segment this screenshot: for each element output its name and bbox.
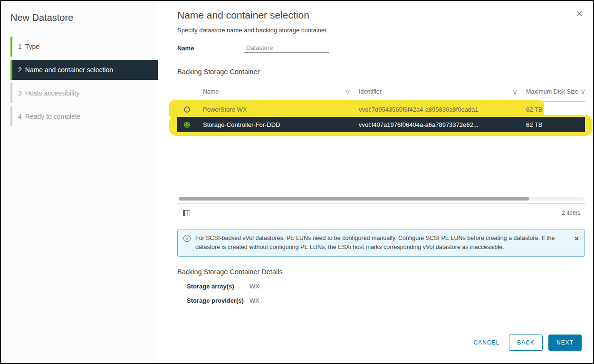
new-datastore-dialog: New Datastore 1 Type 2 Name and containe… [0, 0, 594, 364]
step-number: 4 [18, 113, 22, 120]
scrollbar-thumb[interactable] [179, 197, 529, 201]
column-header-name[interactable]: Name [198, 82, 354, 101]
step-number: 2 [18, 66, 22, 74]
detail-value: WX [249, 297, 259, 304]
radio-selected[interactable] [184, 122, 190, 128]
name-field-row: Name [177, 43, 566, 53]
filter-icon[interactable] [580, 89, 585, 95]
filter-icon[interactable] [345, 89, 350, 95]
cancel-button[interactable]: CANCEL [470, 335, 504, 350]
items-count: 2 items [562, 210, 580, 216]
wizard-content: Name and container selection Specify dat… [159, 1, 566, 304]
wizard-sidebar: New Datastore 1 Type 2 Name and containe… [1, 1, 158, 363]
column-label: Identifier [359, 88, 382, 95]
name-label: Name [177, 45, 244, 52]
radio-unselected[interactable] [184, 106, 190, 113]
detail-label: Storage provider(s) [187, 297, 249, 304]
wizard-main-panel: × Name and container selection Specify d… [159, 1, 593, 363]
page-subtitle: Specify datastore name and backing stora… [177, 27, 566, 34]
info-icon: i [183, 235, 191, 242]
cell-name: Storage-Controller-For-DDD [198, 121, 354, 128]
close-icon[interactable]: × [576, 9, 583, 19]
step-label: Name and container selection [25, 66, 113, 74]
step-number: 1 [18, 43, 22, 50]
detail-row-storage-provider: Storage provider(s) WX [177, 297, 566, 304]
wizard-steps: 1 Type 2 Name and container selection 3 … [10, 37, 158, 126]
cell-identifier: vvol:f407a1976f06404a-a6a78973372e62... [354, 121, 521, 128]
detail-row-storage-array: Storage array(s) WX [177, 283, 566, 290]
info-banner-text: For SCSI-backed vVol datastores, PE LUNs… [195, 234, 570, 252]
column-label: Name [203, 88, 219, 95]
horizontal-scrollbar[interactable] [179, 197, 584, 201]
cell-max-disk-size: 62 TB [521, 106, 585, 113]
column-label: Maximum Disk Size [526, 88, 578, 95]
next-button[interactable]: NEXT [548, 335, 582, 351]
table-row-storage-controller-for-ddd[interactable]: Storage-Controller-For-DDD vvol:f407a197… [177, 117, 585, 132]
step-label: Ready to complete [25, 113, 81, 120]
cell-max-disk-size: 62 TB [521, 121, 585, 128]
step-hosts-accessibility[interactable]: 3 Hosts accessibility [10, 83, 158, 103]
section-backing-storage-container: Backing Storage Container [177, 68, 566, 76]
step-label: Type [25, 43, 39, 50]
step-name-and-container-selection[interactable]: 2 Name and container selection [10, 60, 158, 80]
column-toggle-icon[interactable] [183, 210, 190, 216]
radio-column-header [177, 82, 198, 101]
cell-name: PowerStore WX [198, 106, 354, 113]
storage-container-table: Name Identifier Maximum Disk Size [177, 82, 585, 222]
table-header: Name Identifier Maximum Disk Size [177, 82, 585, 102]
page-title: Name and container selection [177, 10, 566, 21]
detail-value: WX [249, 283, 259, 290]
back-button[interactable]: BACK [509, 335, 543, 351]
detail-label: Storage array(s) [187, 283, 249, 290]
cell-identifier: vvol:7d9543565f6f42a4-a895830a8f0eada1 [354, 106, 521, 113]
banner-close-icon[interactable]: × [575, 234, 579, 242]
wizard-title: New Datastore [1, 1, 158, 23]
wizard-actions: CANCEL BACK NEXT [470, 335, 582, 351]
step-number: 3 [18, 89, 22, 97]
filter-icon[interactable] [512, 89, 517, 95]
info-banner: i For SCSI-backed vVol datastores, PE LU… [177, 230, 585, 257]
datastore-name-input[interactable] [244, 43, 329, 53]
step-ready-to-complete[interactable]: 4 Ready to complete [10, 106, 158, 126]
column-header-identifier[interactable]: Identifier [354, 82, 521, 101]
step-label: Hosts accessibility [25, 89, 79, 97]
table-body: PowerStore WX vvol:7d9543565f6f42a4-a895… [177, 102, 585, 203]
table-row-powerstore-wx[interactable]: PowerStore WX vvol:7d9543565f6f42a4-a895… [177, 102, 585, 117]
step-type[interactable]: 1 Type [10, 37, 158, 57]
table-footer: 2 items [177, 203, 585, 222]
section-container-details: Backing Storage Container Details [177, 268, 566, 276]
column-header-max-disk-size[interactable]: Maximum Disk Size [521, 82, 585, 101]
